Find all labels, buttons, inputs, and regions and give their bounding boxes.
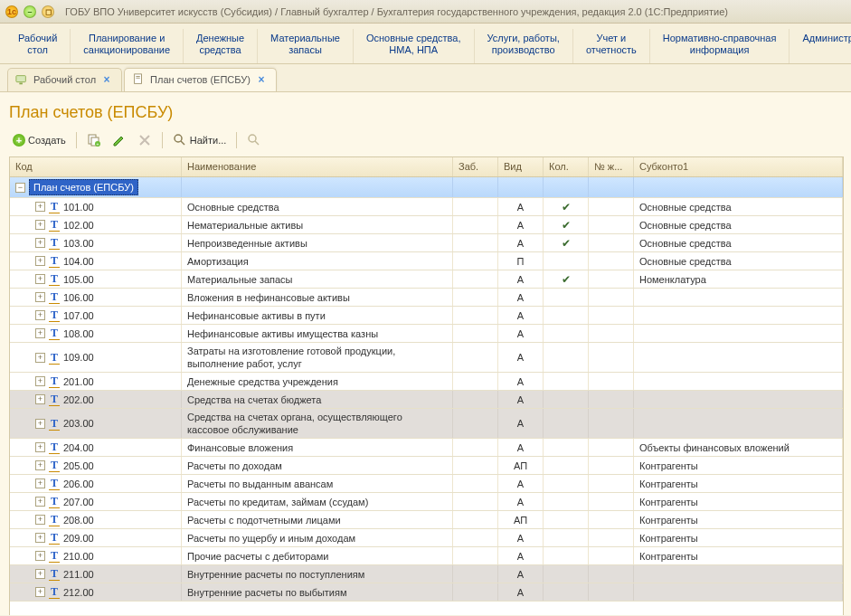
table-row-root[interactable]: План счетов (ЕПСБУ) [10, 177, 843, 198]
tree-expand-icon[interactable] [35, 394, 45, 404]
table-row[interactable]: Т101.00Основные средстваА✔Основные средс… [10, 198, 843, 216]
table-row[interactable]: Т208.00Расчеты с подотчетными лицамиАПКо… [10, 511, 843, 529]
table-row[interactable]: Т212.00Внутренние расчеты по выбытиямА [10, 583, 843, 602]
table-row[interactable]: Т102.00Нематериальные активыА✔Основные с… [10, 216, 843, 234]
find-button[interactable]: Найти... [169, 131, 231, 149]
table-row[interactable]: Т207.00Расчеты по кредитам, займам (ссуд… [10, 493, 843, 511]
table-row[interactable]: Т107.00Нефинансовые активы в путиА [10, 307, 843, 325]
tree-expand-icon[interactable] [35, 479, 45, 488]
table-row[interactable]: Т205.00Расчеты по доходамАПКонтрагенты [10, 457, 843, 475]
delete-button[interactable] [134, 131, 156, 149]
col-vid[interactable]: Вид [498, 157, 544, 176]
page-tab[interactable]: План счетов (ЕПСБУ)× [124, 68, 277, 91]
window-titlebar: 1c – ◻ ГОБУ ВПО Университет искусств (Су… [0, 0, 851, 24]
tree-expand-icon[interactable] [35, 460, 45, 470]
tree-collapse-icon[interactable] [15, 183, 25, 193]
cell-zab [453, 547, 498, 564]
section-tab[interactable]: Администрир [790, 29, 851, 63]
table-row[interactable]: Т204.00Финансовые вложенияАОбъекты финан… [10, 439, 843, 457]
cell-sub1 [634, 409, 843, 438]
svg-rect-1 [19, 83, 23, 85]
create-label: Создать [28, 135, 66, 146]
col-zab[interactable]: Заб. [453, 157, 498, 176]
tree-expand-icon[interactable] [35, 238, 45, 248]
tree-expand-icon[interactable] [35, 220, 45, 230]
account-code: 108.00 [63, 327, 94, 340]
table-row[interactable]: Т104.00АмортизацияПОсновные средства [10, 252, 843, 270]
svg-line-10 [181, 141, 184, 145]
table-row[interactable]: Т105.00Материальные запасыА✔Номенклатура [10, 270, 843, 289]
table-row[interactable]: Т209.00Расчеты по ущербу и иным доходамА… [10, 529, 843, 547]
section-tab[interactable]: Основные средства, НМА, НПА [354, 29, 475, 63]
table-row[interactable]: Т210.00Прочие расчеты с дебиторамиАКонтр… [10, 547, 843, 565]
section-tab[interactable]: Денежные средства [184, 29, 258, 63]
grid-body[interactable]: План счетов (ЕПСБУ)Т101.00Основные средс… [10, 177, 843, 615]
create-button[interactable]: + Создать [9, 132, 70, 148]
table-row[interactable]: Т109.00Затраты на изготовление готовой п… [10, 343, 843, 373]
col-nzh[interactable]: № ж... [589, 157, 634, 176]
cell-sub1: Контрагенты [634, 529, 843, 546]
cell-zab [453, 493, 498, 510]
cell-sub1 [634, 343, 843, 372]
table-row[interactable]: Т202.00Средства на счетах бюджетаА [10, 391, 843, 409]
section-tab[interactable]: Услуги, работы, производство [475, 29, 573, 63]
table-row[interactable]: Т211.00Внутренние расчеты по поступления… [10, 565, 843, 583]
cell-kol [544, 252, 589, 270]
tree-expand-icon[interactable] [35, 376, 45, 386]
col-code[interactable]: Код [10, 157, 182, 176]
cell-vid: А [498, 343, 544, 372]
account-name: Непроизведенные активы [182, 234, 453, 251]
content-pane: План счетов (ЕПСБУ) + Создать + [0, 91, 851, 615]
col-sub1[interactable]: Субконто1 [634, 157, 843, 176]
tree-expand-icon[interactable] [35, 533, 45, 543]
cell-kol [544, 343, 589, 372]
section-tab[interactable]: Материальные запасы [258, 29, 354, 63]
close-icon[interactable]: × [256, 74, 267, 85]
toolbar-separator [76, 132, 77, 148]
cell-sub1 [634, 373, 843, 390]
account-code: 104.00 [63, 255, 94, 268]
table-row[interactable]: Т206.00Расчеты по выданным авансамАКонтр… [10, 475, 843, 493]
cell-zab [453, 511, 498, 528]
tree-expand-icon[interactable] [35, 274, 45, 284]
tree-expand-icon[interactable] [35, 497, 45, 507]
tree-expand-icon[interactable] [35, 569, 45, 579]
tree-expand-icon[interactable] [35, 292, 45, 302]
tree-expand-icon[interactable] [35, 551, 45, 561]
page-tab[interactable]: Рабочий стол× [7, 68, 122, 91]
col-kol[interactable]: Кол. [544, 157, 589, 176]
tree-expand-icon[interactable] [35, 310, 45, 320]
toolbar-separator [236, 132, 237, 148]
edit-button[interactable] [109, 131, 130, 149]
copy-button[interactable]: + [83, 131, 105, 149]
close-icon[interactable]: × [101, 74, 112, 85]
account-name: Расчеты по выданным авансам [182, 475, 453, 492]
table-row[interactable]: Т106.00Вложения в нефинансовые активыА [10, 289, 843, 307]
table-row[interactable]: Т103.00Непроизведенные активыА✔Основные … [10, 234, 843, 252]
table-row[interactable]: Т203.00Средства на счетах органа, осущес… [10, 409, 843, 439]
tree-expand-icon[interactable] [35, 515, 45, 525]
tree-expand-icon[interactable] [35, 328, 45, 338]
cell-zab [453, 216, 498, 233]
tree-expand-icon[interactable] [35, 587, 45, 597]
section-tab[interactable]: Учет и отчетность [573, 29, 650, 63]
clear-search-button[interactable] [243, 131, 265, 149]
section-tab[interactable]: Нормативно-справочная информация [650, 29, 790, 63]
tree-expand-icon[interactable] [35, 256, 45, 266]
tree-expand-icon[interactable] [35, 442, 45, 452]
account-name: Материальные запасы [182, 270, 453, 288]
cell-kol [544, 439, 589, 456]
accounts-grid[interactable]: Код Наименование Заб. Вид Кол. № ж... Су… [9, 156, 844, 615]
section-tab[interactable]: Планирование и санкционирование [71, 29, 184, 63]
tree-expand-icon[interactable] [35, 419, 45, 429]
window-minimize-button[interactable]: – [24, 5, 36, 18]
cell-nzh [589, 325, 634, 342]
account-code: 204.00 [63, 441, 94, 454]
window-maximize-button[interactable]: ◻ [42, 5, 54, 18]
tree-expand-icon[interactable] [35, 353, 45, 363]
col-name[interactable]: Наименование [182, 157, 453, 176]
table-row[interactable]: Т108.00Нефинансовые активы имущества каз… [10, 325, 843, 343]
tree-expand-icon[interactable] [35, 202, 45, 212]
table-row[interactable]: Т201.00Денежные средства учрежденияА [10, 373, 843, 391]
section-tab[interactable]: Рабочий стол [5, 29, 71, 63]
